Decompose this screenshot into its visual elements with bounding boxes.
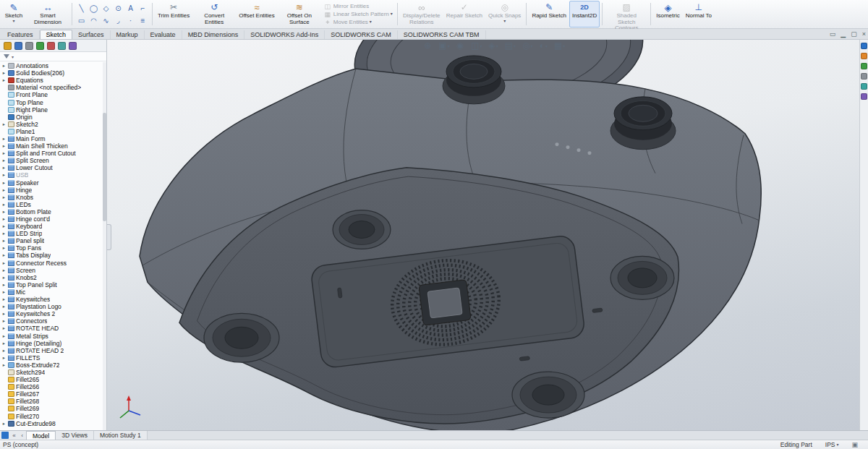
view-hud-icon[interactable]: ⊕ xyxy=(424,40,432,51)
manager-panel-tab[interactable] xyxy=(14,42,22,50)
toolbar-button[interactable]: Repair Sketch xyxy=(443,1,485,27)
feature-tree-item[interactable]: ▸ Keyswitches 2 xyxy=(1,310,102,317)
expand-arrow-icon[interactable]: ▸ xyxy=(1,260,7,266)
feature-tree-item[interactable]: Sketch294 xyxy=(1,369,102,376)
toolbar-stacked-button[interactable]: Mirror Entities xyxy=(323,3,393,10)
feature-tree-item[interactable]: ▸ Lower Cutout xyxy=(1,164,102,171)
taskpane-icon[interactable] xyxy=(861,73,867,80)
filter-dropdown-arrow-icon[interactable]: ▾ xyxy=(12,54,14,59)
feature-tree-item[interactable]: ▸ Mic xyxy=(1,288,102,296)
tree-scrollbar[interactable] xyxy=(103,62,106,430)
sketch-entity-tool[interactable]: ◞ xyxy=(113,14,124,27)
feature-tree-item[interactable]: ▸ Top Panel Split xyxy=(1,281,102,288)
feature-tree-item[interactable]: ▸ Keyswitches xyxy=(1,296,102,303)
graphics-viewport[interactable]: ⊕ ▣▾ ◉ ◫▾ ◈▾ ▤▾ ◎▾ ◐▾ ▦▾ xyxy=(107,40,859,430)
commandmanager-tab[interactable]: Evaluate xyxy=(145,30,182,39)
expand-arrow-icon[interactable]: ▸ xyxy=(1,70,7,76)
commandmanager-tab[interactable]: Features xyxy=(1,30,40,39)
feature-tree-item[interactable]: Fillet265 xyxy=(1,376,102,383)
expand-arrow-icon[interactable]: ▸ xyxy=(1,223,7,229)
expand-arrow-icon[interactable]: ▸ xyxy=(1,311,7,317)
home-icon[interactable] xyxy=(1,432,9,439)
commandmanager-tab[interactable]: SOLIDWORKS CAM xyxy=(325,30,398,39)
feature-tree-item[interactable]: ▸ Cut-Extrude98 xyxy=(1,420,102,427)
feature-tree-item[interactable]: ▸ Connector Recess xyxy=(1,260,102,267)
expand-arrow-icon[interactable]: ▸ xyxy=(1,180,7,186)
expand-arrow-icon[interactable]: ▸ xyxy=(1,194,7,200)
expand-arrow-icon[interactable]: ▸ xyxy=(1,202,7,208)
toolbar-button[interactable]: Trim Entities xyxy=(155,1,192,27)
filter-funnel-icon[interactable] xyxy=(4,54,9,59)
expand-arrow-icon[interactable]: ▸ xyxy=(1,187,7,193)
sketch-entity-tool[interactable]: ╲ xyxy=(76,2,87,14)
feature-tree-item[interactable]: ▸ Connectors xyxy=(1,317,102,325)
sketch-entity-tool[interactable]: ▭ xyxy=(76,14,87,27)
feature-tree-item[interactable]: Fillet267 xyxy=(1,390,102,398)
sketch-entity-tool[interactable]: ◯ xyxy=(88,2,99,14)
taskpane-icon[interactable] xyxy=(861,93,867,100)
feature-tree-item[interactable]: ▸ Sketch2 xyxy=(1,121,102,128)
model-knob-left[interactable] xyxy=(443,56,505,104)
tag-icon[interactable]: ▣ xyxy=(851,441,858,448)
toolbar-button[interactable]: Offset On Surface xyxy=(278,1,321,27)
feature-tree-item[interactable]: ▸ Main Form xyxy=(1,135,102,142)
view-hud-icon[interactable]: ◈▾ xyxy=(488,40,498,51)
toolbar-button[interactable]: Rapid Sketch xyxy=(529,1,569,27)
sketch-entity-tool[interactable]: ⌐ xyxy=(137,2,148,14)
feature-tree-item[interactable]: ▸ ROTATE HEAD 2 xyxy=(1,347,102,354)
panel-splitter-handle[interactable] xyxy=(107,224,111,250)
taskpane-icon[interactable] xyxy=(861,83,867,90)
expand-arrow-icon[interactable]: ▸ xyxy=(1,252,7,258)
model-tab[interactable]: 3D Views xyxy=(56,431,94,440)
sketch-entity-tool[interactable]: ≡ xyxy=(137,14,148,27)
expand-arrow-icon[interactable]: ▸ xyxy=(1,150,7,156)
feature-tree-item[interactable]: Fillet268 xyxy=(1,398,102,405)
window-control-icon[interactable]: × xyxy=(862,30,866,38)
feature-tree-item[interactable]: ▸ Hinge cont'd xyxy=(1,215,102,223)
expand-arrow-icon[interactable]: ▸ xyxy=(1,318,7,324)
toolbar-button[interactable]: Isometric xyxy=(653,1,682,27)
window-control-icon[interactable]: ▁ xyxy=(841,30,846,38)
manager-panel-tab[interactable] xyxy=(25,42,33,50)
view-hud-icon[interactable]: ◐▾ xyxy=(539,40,547,51)
feature-tree-item[interactable]: Fillet269 xyxy=(1,405,102,412)
feature-tree-item[interactable]: ▸ ROTATE HEAD xyxy=(1,325,102,332)
expand-arrow-icon[interactable]: ▸ xyxy=(1,77,7,83)
tab-scroll-first-icon[interactable]: « xyxy=(10,431,18,440)
view-hud-icon[interactable]: ▤▾ xyxy=(505,40,516,51)
expand-arrow-icon[interactable]: ▸ xyxy=(1,63,7,69)
model-knob-right[interactable] xyxy=(610,97,676,150)
commandmanager-tab[interactable]: Surfaces xyxy=(72,30,111,39)
toolbar-button[interactable]: Convert Entities xyxy=(192,1,236,27)
view-hud-icon[interactable]: ▣▾ xyxy=(438,40,449,51)
expand-arrow-icon[interactable]: ▸ xyxy=(1,296,7,302)
window-control-icon[interactable]: ▭ xyxy=(830,30,836,38)
feature-tree-item[interactable]: ▸ Split Screen xyxy=(1,157,102,164)
expand-arrow-icon[interactable]: ▸ xyxy=(1,209,7,215)
sketch-entity-tool[interactable]: ◇ xyxy=(101,2,111,14)
expand-arrow-icon[interactable]: ▸ xyxy=(1,165,7,171)
sketch-entity-tool[interactable]: ⊙ xyxy=(113,2,124,14)
expand-arrow-icon[interactable]: ▸ xyxy=(1,231,7,236)
manager-panel-tab[interactable] xyxy=(4,42,12,50)
feature-tree-item[interactable]: ▸ Boss-Extrude72 xyxy=(1,362,102,369)
commandmanager-tab[interactable]: Sketch xyxy=(40,30,73,39)
feature-tree-item[interactable]: Origin xyxy=(1,114,102,121)
feature-tree-item[interactable]: ▸ Solid Bodies(206) xyxy=(1,69,102,77)
expand-arrow-icon[interactable]: ▸ xyxy=(1,275,7,281)
feature-tree-item[interactable]: ▸ USB xyxy=(1,171,102,179)
expand-arrow-icon[interactable]: ▸ xyxy=(1,136,7,142)
toolbar-button[interactable]: Smart Dimension xyxy=(26,1,69,27)
expand-arrow-icon[interactable]: ▸ xyxy=(1,282,7,288)
feature-tree-item[interactable]: ▸ Panel split xyxy=(1,237,102,244)
toolbar-button[interactable]: Sketch ▾ xyxy=(1,1,26,27)
expand-arrow-icon[interactable]: ▸ xyxy=(1,341,7,346)
unit-system-selector[interactable]: IPS ▾ xyxy=(825,441,839,448)
model-tab[interactable]: Motion Study 1 xyxy=(94,431,148,440)
expand-arrow-icon[interactable]: ▸ xyxy=(1,158,7,163)
feature-tree-item[interactable]: Top Plane xyxy=(1,98,102,106)
expand-arrow-icon[interactable]: ▸ xyxy=(1,268,7,273)
view-hud-icon[interactable]: ◫▾ xyxy=(471,40,482,51)
view-hud-icon[interactable]: ◉ xyxy=(456,40,464,51)
expand-arrow-icon[interactable]: ▸ xyxy=(1,348,7,354)
